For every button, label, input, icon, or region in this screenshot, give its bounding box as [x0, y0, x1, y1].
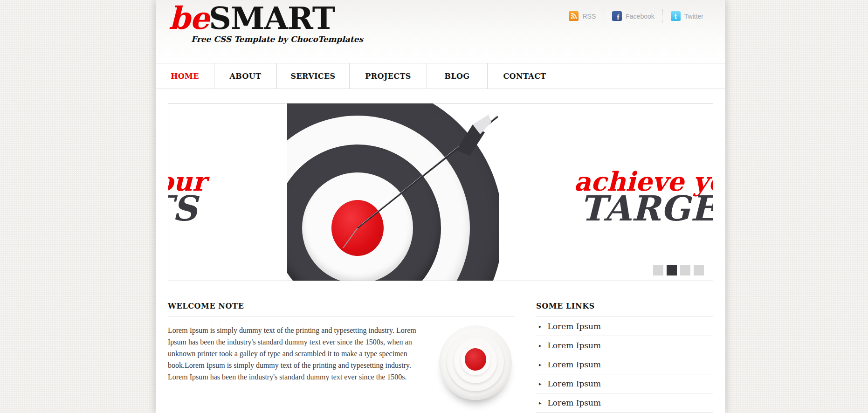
twitter-icon: t: [671, 11, 681, 21]
welcome-paragraph: Lorem Ipsum is simply dummy text of the …: [168, 324, 422, 404]
social-link-twitter[interactable]: t Twitter: [662, 9, 711, 23]
triangle-bullet-icon: ▸: [539, 324, 542, 330]
some-links-item-2[interactable]: ▸Lorem Ipsum: [536, 336, 713, 355]
nav-item-home[interactable]: HOME: [156, 63, 214, 89]
page-container: beSMART Free CSS Template by ChocoTempla…: [156, 0, 725, 413]
triangle-bullet-icon: ▸: [539, 400, 542, 406]
social-links: RSS f Facebook t Twitter: [561, 9, 711, 23]
site-logo[interactable]: beSMART Free CSS Template by ChocoTempla…: [169, 3, 363, 43]
some-links-item-label: Lorem Ipsum: [548, 341, 601, 350]
arrow-graphic: [287, 103, 499, 281]
hero-slider: achieve your TARGETS achieve your TARGET…: [168, 103, 713, 281]
slider-dot-1[interactable]: [653, 265, 663, 275]
some-links-item-label: Lorem Ipsum: [548, 322, 601, 331]
some-links-item-label: Lorem Ipsum: [548, 379, 601, 388]
rss-label: RSS: [582, 13, 596, 20]
target-arrow-image: [287, 103, 499, 281]
nav-item-blog[interactable]: BLOG: [427, 63, 488, 89]
slider-dot-2[interactable]: [667, 265, 677, 275]
nav-item-about[interactable]: ABOUT: [214, 63, 277, 89]
slider-pagination: [653, 265, 704, 275]
main-nav-list: HOMEABOUTSERVICESPROJECTSBLOGCONTACT: [156, 63, 725, 89]
some-links-item-3[interactable]: ▸Lorem Ipsum: [536, 355, 713, 374]
white-target-image: [438, 324, 513, 404]
rss-icon: [569, 11, 579, 21]
logo-text-smart: SMART: [209, 0, 335, 36]
some-links-list: ▸Lorem Ipsum▸Lorem Ipsum▸Lorem Ipsum▸Lor…: [536, 317, 713, 413]
social-link-facebook[interactable]: f Facebook: [604, 9, 662, 23]
some-links-title: SOME LINKS: [536, 302, 713, 317]
logo-text-be: be: [169, 0, 209, 36]
some-links-item-1[interactable]: ▸Lorem Ipsum: [536, 317, 713, 336]
nav-item-projects[interactable]: PROJECTS: [350, 63, 427, 89]
some-links-item-label: Lorem Ipsum: [548, 360, 601, 369]
some-links-item-5[interactable]: ▸Lorem Ipsum: [536, 393, 713, 413]
white-target-bullseye: [465, 348, 486, 371]
prev-slide-caption-line2: TARGETS: [168, 188, 198, 228]
slider-dot-4[interactable]: [694, 265, 704, 275]
slider-dot-3[interactable]: [680, 265, 690, 275]
facebook-label: Facebook: [626, 13, 654, 20]
triangle-bullet-icon: ▸: [539, 343, 542, 349]
nav-item-services[interactable]: SERVICES: [277, 63, 350, 89]
triangle-bullet-icon: ▸: [539, 362, 542, 368]
some-links-item-4[interactable]: ▸Lorem Ipsum: [536, 374, 713, 393]
nav-item-contact[interactable]: CONTACT: [488, 63, 562, 89]
social-link-rss[interactable]: RSS: [561, 9, 604, 23]
some-links-item-label: Lorem Ipsum: [548, 398, 601, 407]
triangle-bullet-icon: ▸: [539, 381, 542, 387]
twitter-label: Twitter: [684, 13, 703, 20]
welcome-section: WELCOME NOTE Lorem Ipsum is simply dummy…: [168, 302, 514, 413]
header: beSMART Free CSS Template by ChocoTempla…: [156, 0, 725, 63]
facebook-icon: f: [612, 11, 622, 21]
current-slide-caption-line2: TARGETS: [580, 188, 713, 228]
some-links-section: SOME LINKS ▸Lorem Ipsum▸Lorem Ipsum▸Lore…: [536, 302, 713, 413]
content-area: WELCOME NOTE Lorem Ipsum is simply dummy…: [156, 302, 725, 413]
logo-tagline: Free CSS Template by ChocoTemplates: [191, 35, 363, 43]
welcome-title: WELCOME NOTE: [168, 302, 514, 317]
